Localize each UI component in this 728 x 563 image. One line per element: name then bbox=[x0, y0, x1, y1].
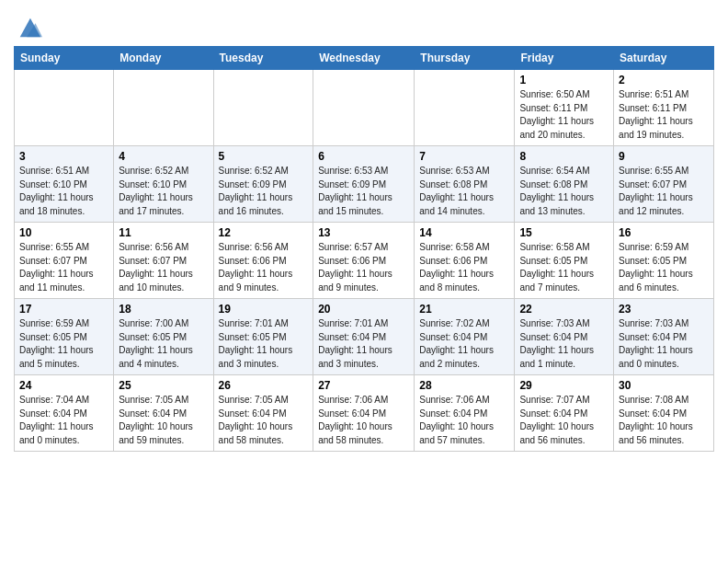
calendar-cell: 30Sunrise: 7:08 AM Sunset: 6:04 PM Dayli… bbox=[614, 375, 714, 452]
day-number: 12 bbox=[219, 226, 309, 239]
calendar-row-3: 10Sunrise: 6:55 AM Sunset: 6:07 PM Dayli… bbox=[15, 223, 714, 299]
day-info: Sunrise: 6:51 AM Sunset: 6:11 PM Dayligh… bbox=[619, 88, 709, 142]
calendar-cell: 4Sunrise: 6:52 AM Sunset: 6:10 PM Daylig… bbox=[114, 146, 213, 223]
calendar-cell: 18Sunrise: 7:00 AM Sunset: 6:05 PM Dayli… bbox=[114, 299, 213, 375]
day-info: Sunrise: 6:59 AM Sunset: 6:05 PM Dayligh… bbox=[619, 241, 709, 294]
day-info: Sunrise: 6:52 AM Sunset: 6:10 PM Dayligh… bbox=[119, 165, 208, 218]
day-info: Sunrise: 7:04 AM Sunset: 6:04 PM Dayligh… bbox=[19, 394, 108, 447]
calendar-cell: 1Sunrise: 6:50 AM Sunset: 6:11 PM Daylig… bbox=[515, 70, 614, 146]
logo-icon bbox=[17, 15, 42, 40]
calendar-cell: 12Sunrise: 6:56 AM Sunset: 6:06 PM Dayli… bbox=[213, 223, 313, 299]
day-number: 9 bbox=[619, 150, 709, 163]
day-info: Sunrise: 6:53 AM Sunset: 6:09 PM Dayligh… bbox=[318, 165, 409, 218]
day-info: Sunrise: 7:03 AM Sunset: 6:04 PM Dayligh… bbox=[619, 317, 709, 371]
day-info: Sunrise: 7:06 AM Sunset: 6:04 PM Dayligh… bbox=[318, 394, 409, 447]
day-info: Sunrise: 6:54 AM Sunset: 6:08 PM Dayligh… bbox=[519, 165, 609, 218]
day-info: Sunrise: 6:56 AM Sunset: 6:06 PM Dayligh… bbox=[219, 241, 309, 294]
calendar-cell: 21Sunrise: 7:02 AM Sunset: 6:04 PM Dayli… bbox=[415, 299, 515, 375]
day-info: Sunrise: 6:56 AM Sunset: 6:07 PM Dayligh… bbox=[119, 241, 208, 294]
weekday-header-friday: Friday bbox=[515, 47, 614, 70]
calendar-cell: 10Sunrise: 6:55 AM Sunset: 6:07 PM Dayli… bbox=[15, 223, 114, 299]
calendar-cell bbox=[313, 70, 415, 146]
page: SundayMondayTuesdayWednesdayThursdayFrid… bbox=[0, 0, 728, 465]
calendar-cell: 14Sunrise: 6:58 AM Sunset: 6:06 PM Dayli… bbox=[415, 223, 515, 299]
day-info: Sunrise: 6:55 AM Sunset: 6:07 PM Dayligh… bbox=[19, 241, 108, 294]
day-number: 22 bbox=[519, 303, 609, 316]
day-info: Sunrise: 6:53 AM Sunset: 6:08 PM Dayligh… bbox=[419, 165, 509, 218]
day-info: Sunrise: 6:57 AM Sunset: 6:06 PM Dayligh… bbox=[318, 241, 409, 294]
day-info: Sunrise: 7:00 AM Sunset: 6:05 PM Dayligh… bbox=[119, 317, 208, 371]
day-info: Sunrise: 7:01 AM Sunset: 6:05 PM Dayligh… bbox=[219, 317, 309, 371]
day-info: Sunrise: 6:58 AM Sunset: 6:05 PM Dayligh… bbox=[519, 241, 609, 294]
calendar-table: SundayMondayTuesdayWednesdayThursdayFrid… bbox=[14, 46, 714, 452]
calendar-cell: 22Sunrise: 7:03 AM Sunset: 6:04 PM Dayli… bbox=[515, 299, 614, 375]
weekday-header-monday: Monday bbox=[114, 47, 213, 70]
calendar-cell: 19Sunrise: 7:01 AM Sunset: 6:05 PM Dayli… bbox=[213, 299, 313, 375]
day-info: Sunrise: 7:07 AM Sunset: 6:04 PM Dayligh… bbox=[519, 394, 609, 447]
calendar-cell: 9Sunrise: 6:55 AM Sunset: 6:07 PM Daylig… bbox=[614, 146, 714, 223]
calendar-cell: 28Sunrise: 7:06 AM Sunset: 6:04 PM Dayli… bbox=[415, 375, 515, 452]
calendar-cell: 6Sunrise: 6:53 AM Sunset: 6:09 PM Daylig… bbox=[313, 146, 415, 223]
calendar-cell bbox=[114, 70, 213, 146]
calendar-cell: 20Sunrise: 7:01 AM Sunset: 6:04 PM Dayli… bbox=[313, 299, 415, 375]
calendar-cell: 3Sunrise: 6:51 AM Sunset: 6:10 PM Daylig… bbox=[15, 146, 114, 223]
day-number: 8 bbox=[519, 150, 609, 163]
calendar-cell: 29Sunrise: 7:07 AM Sunset: 6:04 PM Dayli… bbox=[515, 375, 614, 452]
calendar-cell: 26Sunrise: 7:05 AM Sunset: 6:04 PM Dayli… bbox=[213, 375, 313, 452]
day-info: Sunrise: 7:03 AM Sunset: 6:04 PM Dayligh… bbox=[519, 317, 609, 371]
calendar-cell: 23Sunrise: 7:03 AM Sunset: 6:04 PM Dayli… bbox=[614, 299, 714, 375]
calendar-row-1: 1Sunrise: 6:50 AM Sunset: 6:11 PM Daylig… bbox=[15, 70, 714, 146]
day-info: Sunrise: 7:05 AM Sunset: 6:04 PM Dayligh… bbox=[119, 394, 208, 447]
day-number: 3 bbox=[19, 150, 108, 163]
day-number: 19 bbox=[219, 303, 309, 316]
calendar-cell: 2Sunrise: 6:51 AM Sunset: 6:11 PM Daylig… bbox=[614, 70, 714, 146]
day-info: Sunrise: 6:52 AM Sunset: 6:09 PM Dayligh… bbox=[219, 165, 309, 218]
day-info: Sunrise: 7:05 AM Sunset: 6:04 PM Dayligh… bbox=[219, 394, 309, 447]
weekday-header-wednesday: Wednesday bbox=[313, 47, 415, 70]
day-number: 5 bbox=[219, 150, 309, 163]
day-number: 27 bbox=[318, 379, 409, 392]
day-info: Sunrise: 6:58 AM Sunset: 6:06 PM Dayligh… bbox=[419, 241, 509, 294]
day-number: 10 bbox=[19, 226, 108, 239]
day-info: Sunrise: 7:08 AM Sunset: 6:04 PM Dayligh… bbox=[619, 394, 709, 447]
day-number: 1 bbox=[519, 74, 609, 86]
day-number: 30 bbox=[619, 379, 709, 392]
day-number: 29 bbox=[519, 379, 609, 392]
day-number: 17 bbox=[19, 303, 108, 316]
calendar-cell: 7Sunrise: 6:53 AM Sunset: 6:08 PM Daylig… bbox=[415, 146, 515, 223]
weekday-header-sunday: Sunday bbox=[15, 47, 114, 70]
weekday-header-tuesday: Tuesday bbox=[213, 47, 313, 70]
day-number: 11 bbox=[119, 226, 208, 239]
day-info: Sunrise: 7:06 AM Sunset: 6:04 PM Dayligh… bbox=[419, 394, 509, 447]
calendar-cell: 11Sunrise: 6:56 AM Sunset: 6:07 PM Dayli… bbox=[114, 223, 213, 299]
calendar-row-4: 17Sunrise: 6:59 AM Sunset: 6:05 PM Dayli… bbox=[15, 299, 714, 375]
calendar-cell bbox=[415, 70, 515, 146]
day-number: 16 bbox=[619, 226, 709, 239]
calendar-cell: 5Sunrise: 6:52 AM Sunset: 6:09 PM Daylig… bbox=[213, 146, 313, 223]
day-info: Sunrise: 6:51 AM Sunset: 6:10 PM Dayligh… bbox=[19, 165, 108, 218]
header bbox=[14, 9, 714, 40]
calendar-row-5: 24Sunrise: 7:04 AM Sunset: 6:04 PM Dayli… bbox=[15, 375, 714, 452]
calendar-row-2: 3Sunrise: 6:51 AM Sunset: 6:10 PM Daylig… bbox=[15, 146, 714, 223]
day-number: 15 bbox=[519, 226, 609, 239]
day-number: 20 bbox=[318, 303, 409, 316]
day-number: 18 bbox=[119, 303, 208, 316]
calendar-cell bbox=[213, 70, 313, 146]
calendar-cell: 27Sunrise: 7:06 AM Sunset: 6:04 PM Dayli… bbox=[313, 375, 415, 452]
day-number: 2 bbox=[619, 74, 709, 86]
day-number: 28 bbox=[419, 379, 509, 392]
day-number: 14 bbox=[419, 226, 509, 239]
day-info: Sunrise: 6:59 AM Sunset: 6:05 PM Dayligh… bbox=[19, 317, 108, 371]
day-number: 24 bbox=[19, 379, 108, 392]
day-info: Sunrise: 6:55 AM Sunset: 6:07 PM Dayligh… bbox=[619, 165, 709, 218]
day-info: Sunrise: 7:02 AM Sunset: 6:04 PM Dayligh… bbox=[419, 317, 509, 371]
logo bbox=[14, 15, 42, 40]
day-info: Sunrise: 7:01 AM Sunset: 6:04 PM Dayligh… bbox=[318, 317, 409, 371]
day-number: 13 bbox=[318, 226, 409, 239]
calendar-cell: 16Sunrise: 6:59 AM Sunset: 6:05 PM Dayli… bbox=[614, 223, 714, 299]
day-number: 25 bbox=[119, 379, 208, 392]
weekday-header-saturday: Saturday bbox=[614, 47, 714, 70]
day-number: 23 bbox=[619, 303, 709, 316]
day-number: 6 bbox=[318, 150, 409, 163]
calendar-cell: 17Sunrise: 6:59 AM Sunset: 6:05 PM Dayli… bbox=[15, 299, 114, 375]
